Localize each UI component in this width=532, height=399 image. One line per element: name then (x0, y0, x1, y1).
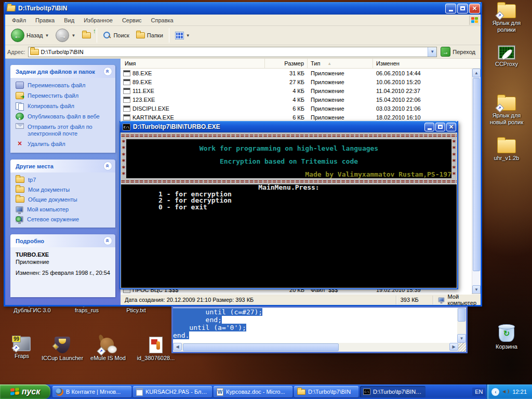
my-computer-icon (438, 297, 444, 302)
table-row[interactable]: 89.EXE 27 КБ Приложение 10.06.2010 15:20 (121, 77, 472, 86)
scroll-down-icon[interactable]: ▼ (472, 285, 481, 294)
search-icon (103, 31, 111, 39)
menu-help[interactable]: Справка (147, 16, 178, 25)
scroll-left-icon[interactable]: ◀ (173, 343, 182, 351)
folders-button[interactable]: Папки (134, 31, 166, 39)
desktop-icon-label: uhr_v1.2b (494, 155, 520, 162)
maximize-button[interactable] (457, 4, 468, 14)
address-input[interactable]: D:\Turbo\tp7\BIN ▼ (28, 47, 437, 57)
menu-file[interactable]: Файл (7, 16, 31, 25)
emule-donkey-icon (99, 337, 117, 353)
table-row[interactable]: DISCIPLI.EXE 6 КБ Приложение 03.03.2010 … (121, 104, 472, 113)
close-button[interactable]: ✕ (469, 4, 480, 14)
place-my-computer[interactable]: Мой компьютер (16, 206, 111, 212)
console-close-button[interactable]: ✕ (446, 123, 456, 131)
console-maximize-button[interactable] (435, 123, 445, 131)
menu-view[interactable]: Вид (59, 16, 79, 25)
volume-icon[interactable] (502, 389, 509, 395)
console-minimize-button[interactable] (424, 123, 434, 131)
menu-tools[interactable]: Сервис (117, 16, 147, 25)
dos-app-icon (123, 114, 130, 121)
search-button[interactable]: Поиск (100, 30, 131, 41)
collapse-chevron-icon[interactable]: « (103, 162, 112, 170)
desktop-icon-recycle-bin[interactable]: ↻ Корзина (485, 325, 528, 350)
my-documents-icon (16, 187, 24, 193)
task-move-file[interactable]: Переместить файл (16, 92, 111, 99)
scroll-up-icon[interactable]: ▲ (472, 69, 481, 77)
explorer-titlebar[interactable]: D:\Turbo\tp7\BIN ✕ (4, 2, 482, 15)
task-email-file[interactable]: Отправить этот файл по электронной почте (16, 124, 111, 137)
console-titlebar[interactable]: C:\ D:\Turbo\tp7\BIN\TURBO.EXE ✕ (119, 121, 458, 132)
desktop-icon-roliki-shortcut[interactable]: Ярлык для ролики (485, 4, 528, 33)
table-row[interactable]: 111.EXE 4 КБ Приложение 11.04.2010 22:37 (121, 86, 472, 95)
desktop-icon-uhr[interactable]: uhr_v1.2b (485, 139, 528, 162)
notepad-vertical-scrollbar[interactable]: ▼ (457, 308, 466, 343)
back-button[interactable]: ← Назад ▼ (8, 28, 51, 43)
forward-button[interactable]: → ▼ (53, 28, 78, 43)
taskbar-button-explorer[interactable]: D:\Turbo\tp7\BIN (294, 386, 358, 397)
table-row[interactable]: 88.EXE 31 КБ Приложение 06.06.2010 14:44 (121, 69, 472, 77)
taskbar-button-turbo-console[interactable]: C:\D:\Turbo\tp7\BIN\TU... (360, 386, 425, 397)
desktop-icon-iccup[interactable]: ICCup Launcher (41, 337, 84, 362)
go-button[interactable]: → Переход (440, 47, 478, 57)
console-credit-line: Made by Valimyxammatov Rustam,PS-197 (126, 171, 451, 178)
task-copy-file[interactable]: Копировать файл (16, 103, 111, 110)
up-button[interactable]: ↑ (79, 31, 94, 39)
scrollbar-thumb[interactable] (458, 308, 466, 322)
collapse-chevron-icon[interactable]: « (103, 67, 112, 76)
column-header-name[interactable]: Имя (121, 59, 265, 68)
menu-edit[interactable]: Правка (31, 16, 59, 25)
desktop-icon-ccproxy[interactable]: CCProxy (485, 46, 528, 68)
place-network[interactable]: Сетевое окружение (16, 216, 111, 222)
scroll-right-icon[interactable]: ▶ (449, 343, 458, 351)
column-header-type[interactable]: Тип▲ (308, 59, 373, 68)
taskbar-button-vkontakte[interactable]: В Контакте | Мгнов... (52, 386, 131, 397)
scroll-down-icon[interactable]: ▼ (457, 334, 466, 343)
column-header-size[interactable]: Размер (265, 59, 308, 68)
desktop-icon-label: eMule IS Mod (90, 355, 126, 362)
other-places-header[interactable]: Другие места « (10, 159, 115, 172)
scrollbar-thumb[interactable] (473, 78, 480, 271)
desktop-icon-novy-rolik-shortcut[interactable]: Ярлык для новый ролик (485, 97, 528, 126)
minimize-button[interactable] (445, 4, 456, 14)
network-icon (16, 216, 23, 222)
selected-code-line: end; (173, 316, 222, 324)
scrollbar-thumb[interactable] (183, 343, 339, 351)
dos-app-icon (123, 88, 130, 94)
file-tasks-header[interactable]: Задачи для файлов и папок « (10, 65, 115, 78)
desktop-icon-emule[interactable]: eMule IS Mod (83, 337, 133, 362)
console-screen[interactable]: ========================================… (121, 132, 457, 288)
table-row[interactable]: KARTINKA.EXE 6 КБ Приложение 18.02.2010 … (121, 113, 472, 122)
place-tp7[interactable]: tp7 (16, 177, 111, 183)
taskbar-button-kursach-pas[interactable]: KURSACH2.PAS - Бло... (133, 386, 212, 397)
notepad-text-area[interactable]: until (c=#27); end; until (a='0'); end. (173, 308, 457, 343)
table-row[interactable]: 123.EXE 4 КБ Приложение 15.04.2010 22:06 (121, 95, 472, 104)
task-publish-file[interactable]: Опубликовать файл в вебе (16, 113, 111, 120)
language-indicator[interactable]: EN (472, 388, 485, 396)
dos-app-icon (123, 105, 130, 112)
taskbar: пуск В Контакте | Мгнов... KURSACH2.PAS … (0, 384, 532, 399)
place-shared-documents[interactable]: Общие документы (16, 196, 111, 203)
resize-grip[interactable] (458, 343, 466, 352)
folder-icon (16, 177, 24, 183)
toolbar: ← Назад ▼ → ▼ ↑ Поиск Папки (5, 26, 481, 45)
views-button[interactable]: ▼ (172, 31, 193, 41)
tray-chevron-icon[interactable]: ‹ (491, 388, 499, 396)
collapse-chevron-icon[interactable]: « (103, 236, 112, 245)
status-size: 393 КБ (396, 296, 433, 304)
address-dropdown-button[interactable]: ▼ (428, 47, 436, 57)
details-header[interactable]: Подробно « (10, 234, 115, 247)
task-rename-file[interactable]: Переименовать файл (16, 82, 111, 89)
task-delete-file[interactable]: ×Удалить файл (16, 141, 111, 148)
back-dropdown-icon[interactable]: ▼ (45, 33, 49, 38)
menu-favorites[interactable]: Избранное (79, 16, 117, 25)
address-label: Адрес: (7, 49, 25, 55)
column-header-modified[interactable]: Изменен (373, 59, 481, 68)
desktop-icon-fraps[interactable]: Fraps (0, 337, 44, 360)
start-button[interactable]: пуск (0, 384, 50, 399)
place-my-documents[interactable]: Мои документы (16, 187, 111, 193)
notepad-horizontal-scrollbar[interactable]: ◀ ▶ (173, 343, 466, 352)
clock[interactable]: 12:21 (512, 389, 527, 395)
list-scrollbar[interactable]: ▲ ▼ (472, 69, 481, 294)
taskbar-button-kursovaya-doc[interactable]: WКурсоваz.doc - Micro... (214, 386, 292, 397)
